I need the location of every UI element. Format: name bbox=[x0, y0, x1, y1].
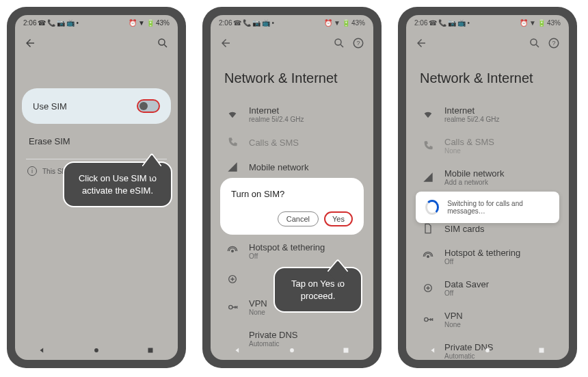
row-label: Mobile network bbox=[444, 168, 557, 179]
phone-frame-1: 2:06 ☎ 📞 📷 📺 • ⏰ ▼ 🔋 43% bbox=[7, 7, 186, 368]
nav-recent-icon[interactable] bbox=[537, 346, 546, 355]
nav-bar bbox=[211, 341, 373, 360]
tv-icon: 📺 bbox=[66, 19, 75, 27]
nav-home-icon[interactable] bbox=[483, 346, 492, 355]
yes-button[interactable]: Yes bbox=[324, 211, 353, 226]
battery-icon: 🔋 bbox=[342, 19, 350, 27]
svg-point-10 bbox=[229, 305, 232, 309]
toolbar: ? bbox=[211, 31, 373, 55]
svg-rect-3 bbox=[148, 348, 153, 353]
back-icon[interactable] bbox=[219, 36, 232, 50]
dot-icon: • bbox=[467, 19, 470, 27]
nav-bar bbox=[406, 341, 569, 360]
battery-text: 43% bbox=[351, 19, 365, 27]
row-vpn[interactable]: VPNNone bbox=[406, 304, 569, 335]
toolbar bbox=[15, 31, 178, 55]
help-icon[interactable]: ? bbox=[351, 36, 365, 50]
svg-point-2 bbox=[94, 348, 98, 352]
datasaver-icon bbox=[418, 283, 438, 294]
svg-point-20 bbox=[485, 348, 490, 352]
use-sim-label: Use SIM bbox=[33, 101, 137, 112]
whatsapp-icon: 📞 bbox=[438, 19, 446, 27]
tv-icon: 📺 bbox=[262, 19, 270, 27]
phone-icon: ☎ bbox=[233, 19, 241, 27]
svg-point-19 bbox=[425, 317, 428, 321]
row-internet[interactable]: Internetrealme 5i/2.4 GHz bbox=[211, 99, 373, 130]
use-sim-row[interactable]: Use SIM bbox=[22, 88, 171, 124]
dialog-title: Turn on SIM? bbox=[231, 189, 353, 199]
row-label: Internet bbox=[249, 105, 361, 116]
screen-3: 2:06 ☎ 📞 📷 📺 • ⏰ ▼ 🔋 43% bbox=[406, 15, 569, 360]
nav-back-icon[interactable] bbox=[429, 346, 438, 355]
back-icon[interactable] bbox=[414, 36, 428, 50]
row-calls-sms[interactable]: Calls & SMSNone bbox=[406, 130, 569, 161]
row-data-saver[interactable]: Data SaverOff bbox=[406, 272, 569, 304]
alarm-icon: ⏰ bbox=[520, 19, 528, 27]
battery-text: 43% bbox=[156, 19, 170, 27]
svg-text:?: ? bbox=[356, 40, 360, 47]
svg-line-14 bbox=[536, 44, 539, 47]
svg-point-8 bbox=[231, 250, 234, 252]
nav-recent-icon[interactable] bbox=[341, 346, 351, 355]
use-sim-toggle[interactable] bbox=[137, 99, 160, 113]
dot-icon: • bbox=[271, 19, 274, 27]
screen-2: 2:06 ☎ 📞 📷 📺 • ⏰ ▼ 🔋 43% bbox=[211, 15, 373, 360]
wifi-icon bbox=[418, 109, 438, 120]
row-sub: Add a network bbox=[444, 179, 557, 186]
phone-frame-3: 2:06 ☎ 📞 📷 📺 • ⏰ ▼ 🔋 43% bbox=[398, 7, 577, 368]
svg-point-13 bbox=[531, 39, 537, 45]
camera-icon: 📷 bbox=[252, 19, 260, 27]
row-sub: Off bbox=[249, 252, 361, 260]
hotspot-icon bbox=[223, 246, 242, 257]
row-calls-sms[interactable]: Calls & SMS bbox=[211, 130, 373, 155]
battery-icon: 🔋 bbox=[146, 19, 155, 27]
datasaver-icon bbox=[223, 274, 242, 285]
row-label: Hotspot & tethering bbox=[444, 248, 557, 258]
row-sub: None bbox=[444, 147, 557, 155]
row-sub: realme 5i/2.4 GHz bbox=[249, 116, 361, 123]
dialog-turn-on-sim: Turn on SIM? Cancel Yes bbox=[220, 178, 364, 235]
erase-sim-row[interactable]: Erase SIM bbox=[15, 124, 178, 159]
row-hotspot[interactable]: Hotspot & tetheringOff bbox=[406, 241, 569, 272]
nav-home-icon[interactable] bbox=[287, 346, 297, 355]
row-mobile-network[interactable]: Mobile network bbox=[211, 155, 373, 179]
row-label: VPN bbox=[444, 311, 557, 321]
row-sub: realme 5i/2.4 GHz bbox=[444, 116, 557, 123]
nav-back-icon[interactable] bbox=[38, 346, 47, 355]
alarm-icon: ⏰ bbox=[324, 19, 332, 27]
row-label: Internet bbox=[444, 105, 557, 116]
row-label: SIM cards bbox=[444, 224, 557, 234]
svg-point-0 bbox=[159, 39, 165, 45]
nav-home-icon[interactable] bbox=[92, 346, 101, 355]
callout-tap-yes: Tap on Yes to proceed. bbox=[273, 267, 362, 313]
row-hotspot[interactable]: Hotspot & tetheringOff bbox=[211, 235, 373, 267]
row-internet[interactable]: Internetrealme 5i/2.4 GHz bbox=[406, 99, 569, 130]
search-icon[interactable] bbox=[332, 36, 346, 50]
status-bar: 2:06 ☎ 📞 📷 📺 • ⏰ ▼ 🔋 43% bbox=[406, 15, 569, 31]
search-icon[interactable] bbox=[156, 36, 170, 50]
toast-text: Switching to for calls and messages… bbox=[447, 200, 550, 215]
help-icon[interactable]: ? bbox=[547, 36, 561, 50]
signal-icon bbox=[418, 172, 438, 183]
search-icon[interactable] bbox=[528, 36, 542, 50]
row-label: Calls & SMS bbox=[444, 137, 557, 147]
row-label: Calls & SMS bbox=[249, 138, 361, 148]
svg-line-1 bbox=[164, 44, 167, 47]
whatsapp-icon: 📞 bbox=[47, 19, 55, 27]
svg-text:?: ? bbox=[552, 40, 555, 47]
phone-icon: ☎ bbox=[38, 19, 46, 27]
nav-recent-icon[interactable] bbox=[146, 346, 155, 355]
svg-rect-21 bbox=[539, 348, 544, 353]
battery-text: 43% bbox=[547, 19, 561, 27]
callout-use-sim: Click on Use SIM to activate the eSIM. bbox=[63, 161, 172, 207]
back-icon[interactable] bbox=[23, 36, 37, 50]
page-title: Network & Internet bbox=[211, 55, 373, 99]
cancel-button[interactable]: Cancel bbox=[278, 211, 319, 226]
nav-back-icon[interactable] bbox=[233, 346, 243, 355]
spinner-icon bbox=[425, 200, 439, 215]
wifi-icon: ▼ bbox=[334, 19, 340, 27]
vpn-icon bbox=[223, 302, 242, 313]
row-mobile-network[interactable]: Mobile networkAdd a network bbox=[406, 161, 569, 193]
page-title: Network & Internet bbox=[406, 55, 569, 99]
row-label: Hotspot & tethering bbox=[249, 242, 361, 252]
